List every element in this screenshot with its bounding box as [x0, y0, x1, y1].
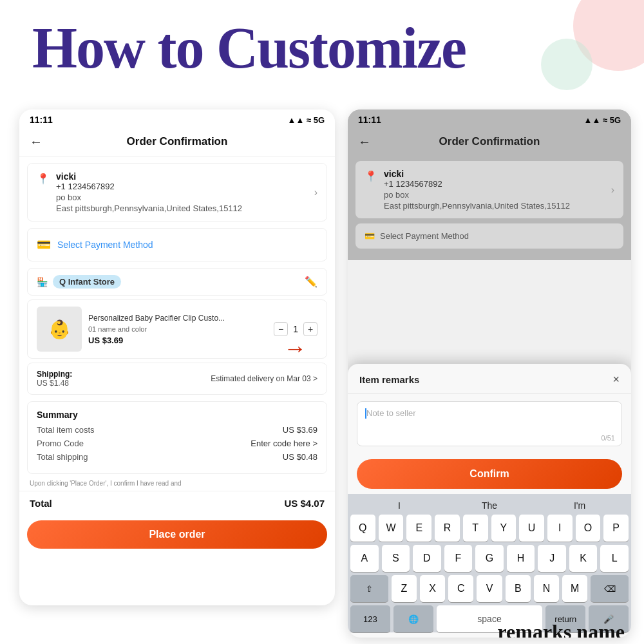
key-n[interactable]: N — [534, 575, 559, 602]
right-back-button[interactable]: ← — [358, 135, 371, 149]
summary-promo-label: Promo Code — [37, 439, 84, 448]
product-price: US $3.69 — [88, 336, 267, 345]
store-name: Q Infant Store — [53, 275, 121, 289]
total-label: Total — [30, 498, 52, 509]
confirm-button[interactable]: Confirm — [357, 459, 622, 489]
address-card[interactable]: 📍 vicki +1 1234567892 po box East pittsb… — [27, 163, 327, 222]
key-z[interactable]: Z — [392, 575, 417, 602]
summary-items-value: US $3.69 — [283, 425, 317, 435]
key-r[interactable]: R — [435, 515, 460, 542]
left-status-icons: ▲▲ ≈ 5G — [288, 115, 325, 125]
key-m[interactable]: M — [562, 575, 587, 602]
key-l[interactable]: L — [600, 545, 629, 572]
disclaimer-text: Upon clicking 'Place Order', I confirm I… — [30, 479, 325, 488]
modal-header: Item remarks × — [348, 364, 631, 393]
key-i[interactable]: I — [547, 515, 573, 542]
key-a[interactable]: A — [350, 545, 379, 572]
shipping-row: Shipping: US $1.48 Estimated delivery on… — [27, 363, 327, 395]
shift-key[interactable]: ⇧ — [350, 575, 388, 602]
place-order-button[interactable]: Place order — [27, 520, 327, 549]
suggestion-1[interactable]: I — [354, 500, 444, 511]
address-line2: East pittsburgh,Pennsylvania,United Stat… — [56, 204, 308, 213]
key-k[interactable]: K — [569, 545, 598, 572]
key-q[interactable]: Q — [350, 515, 375, 542]
right-address-name: vicki — [384, 169, 605, 179]
bg-decoration-mint — [541, 39, 592, 90]
right-payment-label: Select Payment Method — [380, 231, 469, 241]
char-count: 0/51 — [601, 434, 615, 442]
right-time: 11:11 — [358, 115, 381, 125]
summary-items-label: Total item costs — [37, 425, 95, 435]
left-back-button[interactable]: ← — [30, 135, 43, 149]
right-header-title: Order Confirmation — [439, 135, 540, 148]
right-address-chevron: › — [611, 184, 614, 196]
key-d[interactable]: D — [413, 545, 441, 572]
keyboard-row-3: ⇧ Z X C V B N M ⌫ — [350, 575, 629, 602]
quantity-increase-button[interactable]: + — [303, 322, 317, 336]
summary-shipping-label: Total shipping — [37, 452, 88, 462]
remarks-annotation: remarks name e.g. (devon & BU) — [497, 620, 625, 638]
address-chevron-icon: › — [314, 187, 317, 198]
suggestion-2[interactable]: The — [444, 500, 535, 511]
key-u[interactable]: U — [519, 515, 544, 542]
right-status-bar: 11:11 ▲▲ ≈ 5G — [348, 109, 631, 130]
quantity-control[interactable]: − 1 + — [274, 322, 317, 336]
payment-label: Select Payment Method — [57, 240, 317, 250]
key-o[interactable]: O — [576, 515, 601, 542]
keyboard-row-1: Q W E R T Y U I O P — [350, 515, 629, 542]
key-t[interactable]: T — [463, 515, 488, 542]
numbers-key[interactable]: 123 — [350, 605, 390, 632]
right-location-icon: 📍 — [365, 170, 377, 182]
key-s[interactable]: S — [382, 545, 410, 572]
key-v[interactable]: V — [477, 575, 502, 602]
payment-icon: 💳 — [37, 238, 51, 252]
modal-close-button[interactable]: × — [612, 373, 620, 386]
red-arrow-annotation: ← — [283, 335, 307, 362]
store-icon: 🏪 — [37, 277, 48, 287]
left-status-bar: 11:11 ▲▲ ≈ 5G — [19, 109, 335, 130]
right-status-icons: ▲▲ ≈ 5G — [584, 115, 621, 125]
store-row: 🏪 Q Infant Store ✏️ — [27, 268, 327, 296]
summary-promo-row[interactable]: Promo Code Enter code here > — [37, 439, 317, 448]
modal-title: Item remarks — [359, 374, 419, 385]
product-title: Personalized Baby Pacifier Clip Custo... — [88, 313, 267, 324]
key-c[interactable]: C — [448, 575, 473, 602]
shipping-delivery: Estimated delivery on Mar 03 > — [211, 374, 317, 383]
key-e[interactable]: E — [406, 515, 431, 542]
suggestion-3[interactable]: I'm — [535, 500, 625, 511]
summary-title: Summary — [37, 410, 317, 420]
key-f[interactable]: F — [444, 545, 473, 572]
address-line1: po box — [56, 193, 308, 202]
globe-key[interactable]: 🌐 — [393, 605, 433, 632]
right-header: ← Order Confirmation — [348, 130, 631, 156]
key-y[interactable]: Y — [491, 515, 516, 542]
shipping-label: Shipping: — [37, 370, 72, 379]
key-p[interactable]: P — [603, 515, 629, 542]
total-row: Total US $4.07 — [19, 491, 335, 515]
address-phone: +1 1234567892 — [56, 182, 308, 191]
key-g[interactable]: G — [475, 545, 504, 572]
keyboard[interactable]: I The I'm Q W E R T Y U I O P A S D — [348, 494, 631, 632]
key-w[interactable]: W — [379, 515, 404, 542]
edit-note-icon[interactable]: ✏️ — [305, 276, 317, 288]
right-address-card[interactable]: 📍 vicki +1 1234567892 po box East pittsb… — [355, 161, 623, 218]
right-payment-icon: 💳 — [365, 231, 375, 241]
key-b[interactable]: B — [506, 575, 531, 602]
payment-method-row[interactable]: 💳 Select Payment Method — [27, 228, 327, 261]
key-j[interactable]: J — [538, 545, 566, 572]
right-address-line1: po box — [384, 190, 605, 200]
key-x[interactable]: X — [420, 575, 445, 602]
note-input-area[interactable]: Note to seller 0/51 — [357, 401, 622, 446]
location-icon: 📍 — [37, 173, 50, 185]
right-payment-row[interactable]: 💳 Select Payment Method — [355, 223, 623, 249]
delete-key[interactable]: ⌫ — [591, 575, 629, 602]
item-remarks-modal: Item remarks × Note to seller 0/51 remar… — [348, 364, 631, 638]
quantity-decrease-button[interactable]: − — [274, 322, 288, 336]
key-h[interactable]: H — [507, 545, 535, 572]
shipping-cost: US $1.48 — [37, 379, 72, 388]
keyboard-suggestions: I The I'm — [348, 497, 631, 515]
summary-card: Summary Total item costs US $3.69 Promo … — [27, 401, 327, 474]
right-phone-screenshot: 11:11 ▲▲ ≈ 5G ← Order Confirmation 📍 vic… — [348, 109, 631, 638]
summary-items-row: Total item costs US $3.69 — [37, 425, 317, 435]
quantity-value: 1 — [293, 324, 298, 334]
